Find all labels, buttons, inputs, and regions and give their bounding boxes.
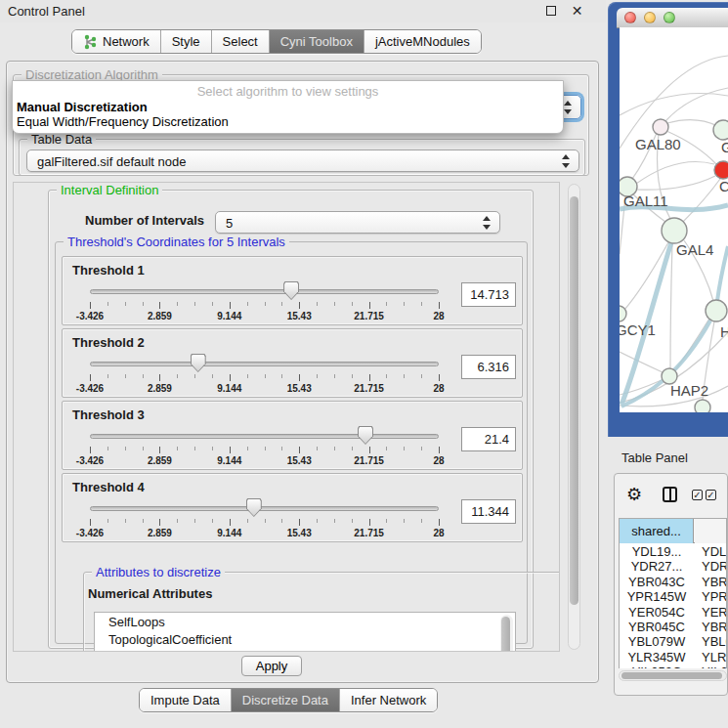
table-row[interactable]: YBR043CYBR0 [620,575,727,589]
list-item-selfloops[interactable]: SelfLoops [95,613,515,630]
threshold-value-field[interactable]: 6.316 [461,355,516,379]
minimize-traffic-light-icon[interactable] [644,12,656,23]
tab-style[interactable]: Style [161,30,212,53]
popup-item-manual-discretization[interactable]: Manual Discretization [17,100,148,114]
tab-jactivemnodules[interactable]: jActiveMNodules [364,30,481,53]
network-node[interactable] [653,119,668,135]
number-of-intervals-combo[interactable]: 5 [215,211,500,234]
close-icon[interactable]: ✕ [570,4,584,19]
table-row[interactable]: YDR27...YDR2 [620,559,727,574]
threshold-value-field[interactable]: 14.713 [461,282,516,307]
node-table[interactable]: shared... n... YDL19...YDL1YDR27...YDR2Y… [619,518,727,668]
table-panel: ⚙ ✓ ✓ shared... n... YDL19...YDL1YDR27..… [614,473,728,696]
group-title: Interval Definition [57,183,162,197]
node-label-gal80: GAL80 [635,136,681,152]
network-node[interactable] [713,120,728,140]
list-item-betweennesscentrality[interactable]: BetweennessCentrality [95,648,515,652]
tick-label: 15.43 [274,311,324,321]
table-row[interactable]: YLR345WYLR3 [620,650,727,664]
slider-thumb[interactable] [246,498,262,517]
cell-shared-name: YBL079W [620,634,694,649]
cell-shared-name: YBR043C [620,575,694,589]
settings-scroll-viewport: Interval Definition Number of Intervals … [13,182,560,652]
table-row[interactable]: YDL19...YDL1 [620,544,727,559]
tick-label: -3.426 [64,311,115,321]
cell-name: YDL1 [702,544,727,559]
column-layout-icon[interactable] [663,487,677,502]
number-of-intervals-label: Number of Intervals [85,213,204,228]
threshold-frame-4: Threshold 4-3.4262.8599.14415.4321.71528… [62,473,523,542]
cell-shared-name: YBR045C [620,620,694,634]
slider-thumb[interactable] [191,354,206,372]
column-header-name[interactable]: n... [695,519,727,543]
tick-label: 9.144 [204,383,255,394]
network-node[interactable] [662,218,687,243]
popup-item-equal-width-frequency[interactable]: Equal Width/Frequency Discretization [17,114,229,129]
combo-value: galFiltered.sif default node [37,153,186,168]
table-row[interactable]: YIL052CYIL0 [620,664,727,668]
checkbox-icon[interactable]: ✓ [706,490,716,500]
threshold-value-field[interactable]: 11.344 [461,499,516,524]
tab-select[interactable]: Select [212,30,270,53]
checkbox-icon[interactable]: ✓ [692,490,703,500]
slider-track[interactable] [90,506,439,511]
threshold-label: Threshold 2 [72,335,145,350]
tick-label: -3.426 [64,455,115,466]
close-traffic-light-icon[interactable] [624,12,636,23]
slider-track[interactable] [90,289,439,294]
tab-label: Select [223,34,258,49]
table-row[interactable]: YBR045CYBR0 [620,620,727,634]
tab-network[interactable]: Network [72,30,161,53]
network-node[interactable] [714,161,728,179]
tick-label: 2.859 [134,455,185,466]
cell-shared-name: YDL19... [620,544,694,559]
cell-name: YBL0 [702,634,727,649]
main-scrollbar[interactable] [568,184,580,650]
list-item-topologicalcoefficient[interactable]: TopologicalCoefficient [95,630,515,648]
network-window-titlebar[interactable] [617,8,728,28]
slider-thumb[interactable] [283,281,299,300]
tick-label: 28 [413,311,464,321]
cell-name: YIL0 [702,664,727,668]
tick-label: 2.859 [134,528,185,538]
popup-prompt: Select algorithm to view settings [13,84,563,99]
table-row[interactable]: YPR145WYPR1 [620,589,727,604]
tab-impute-data[interactable]: Impute Data [140,689,232,711]
network-canvas[interactable]: GAL80GCGAL11GAL4GCY1HHAP2 [620,27,728,412]
tab-discretize-data[interactable]: Discretize Data [232,689,340,711]
tick-label: 21.715 [344,383,395,394]
network-node[interactable] [706,300,727,321]
numerical-attributes-list[interactable]: SelfLoopsTopologicalCoefficientBetweenne… [94,612,516,652]
table-data-combo[interactable]: galFiltered.sif default node [26,150,579,172]
threshold-label: Threshold 4 [72,480,145,494]
panel-title: Control Panel [8,4,85,19]
gear-icon[interactable]: ⚙ [626,484,642,505]
cell-shared-name: YIL052C [620,664,694,668]
network-node[interactable] [695,400,710,412]
table-row[interactable]: YER054CYER0 [620,605,727,620]
table-horizontal-scrollbar[interactable] [619,670,727,681]
node-label-gcy1: GCY1 [620,321,656,338]
apply-button[interactable]: Apply [241,656,302,676]
slider-track[interactable] [90,434,439,439]
slider-track[interactable] [90,362,439,366]
table-row[interactable]: YBL079WYBL0 [620,634,727,649]
list-scrollbar[interactable] [500,615,513,652]
tick-label: 28 [413,528,464,538]
node-label-hap2: HAP2 [670,382,708,399]
cell-shared-name: YDR27... [620,559,694,574]
tab-infer-network[interactable]: Infer Network [340,689,437,711]
tick-label: -3.426 [64,383,115,394]
tick-label: 9.144 [204,455,255,466]
attributes-to-discretize-group: Attributes to discretize Numerical Attri… [83,572,560,652]
threshold-value-field[interactable]: 21.4 [461,427,516,451]
float-window-icon[interactable] [543,4,558,19]
threshold-frame-2: Threshold 2-3.4262.8599.14415.4321.71528… [62,328,523,398]
slider-thumb[interactable] [358,426,373,445]
zoom-traffic-light-icon[interactable] [664,12,675,23]
cell-shared-name: YER054C [620,605,694,620]
tab-cyni-toolbox[interactable]: Cyni Toolbox [270,30,364,53]
column-header-shared-name[interactable]: shared... [620,519,694,543]
tick-label: 28 [413,383,464,394]
tab-label: jActiveMNodules [375,34,470,49]
